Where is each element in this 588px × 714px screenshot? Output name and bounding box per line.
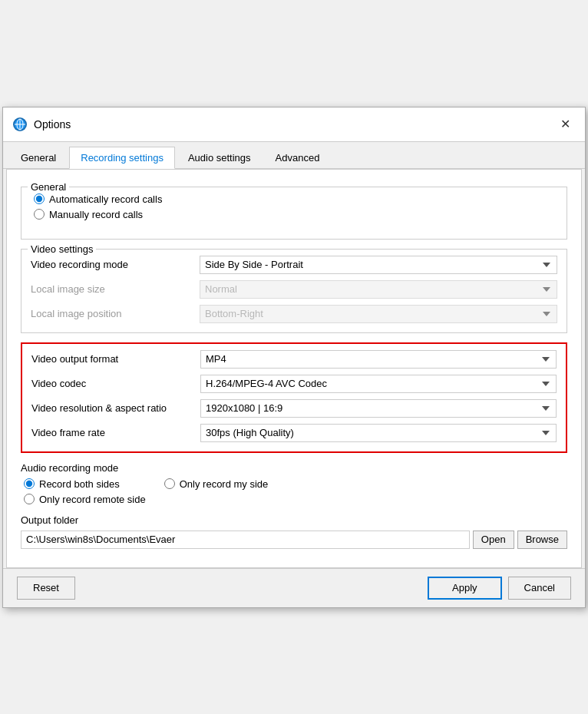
tab-bar: General Recording settings Audio setting…: [3, 142, 585, 169]
auto-record-option[interactable]: Automatically record calls: [34, 193, 557, 205]
recording-mode-label: Video recording mode: [31, 259, 200, 270]
browse-button[interactable]: Browse: [517, 531, 567, 549]
general-radio-group: Automatically record calls Manually reco…: [34, 193, 557, 220]
audio-radios: Record both sides Only record remote sid…: [24, 478, 567, 505]
remote-side-radio[interactable]: [24, 494, 35, 504]
bottom-bar: Reset Apply Cancel: [3, 568, 585, 607]
local-image-size-label: Local image size: [31, 283, 200, 295]
resolution-row: Video resolution & aspect ratio 1920x108…: [31, 399, 557, 418]
title-bar: Options ✕: [3, 107, 585, 142]
reset-button[interactable]: Reset: [17, 577, 75, 600]
dialog-title: Options: [34, 118, 71, 131]
title-bar-left: Options: [12, 117, 71, 132]
both-sides-radio[interactable]: [24, 478, 35, 489]
output-folder-label: Output folder: [21, 514, 78, 526]
options-dialog: Options ✕ General Recording settings Aud…: [2, 107, 586, 608]
output-format-label: Video output format: [31, 353, 200, 365]
both-sides-option[interactable]: Record both sides: [24, 478, 146, 490]
output-format-select[interactable]: MP4: [200, 350, 557, 369]
app-icon: [12, 117, 28, 132]
highlighted-settings-box: Video output format MP4 Video codec H.26…: [21, 342, 567, 453]
tab-advanced[interactable]: Advanced: [264, 147, 332, 168]
general-group: General Automatically record calls Manua…: [21, 187, 567, 240]
frame-rate-select[interactable]: 30fps (High Quality): [200, 424, 557, 442]
open-button[interactable]: Open: [473, 531, 514, 549]
auto-record-label: Automatically record calls: [49, 193, 162, 205]
remote-side-label: Only record remote side: [39, 494, 146, 505]
output-folder-section: Output folder Open Browse: [21, 514, 567, 549]
manual-record-radio[interactable]: [34, 209, 45, 220]
output-format-row: Video output format MP4: [31, 350, 557, 369]
audio-right-col: Only record my side: [164, 478, 269, 505]
recording-mode-select[interactable]: Side By Side - Portrait: [200, 256, 557, 274]
video-settings-label: Video settings: [28, 243, 96, 255]
local-image-size-select[interactable]: Normal: [200, 280, 557, 299]
tab-recording-settings[interactable]: Recording settings: [69, 147, 175, 169]
tab-general[interactable]: General: [9, 147, 68, 168]
manual-record-option[interactable]: Manually record calls: [34, 209, 557, 220]
my-side-option[interactable]: Only record my side: [164, 478, 269, 490]
audio-recording-label: Audio recording mode: [21, 462, 118, 474]
tab-content: General Automatically record calls Manua…: [6, 169, 582, 568]
my-side-radio[interactable]: [164, 478, 175, 489]
auto-record-radio[interactable]: [34, 193, 45, 204]
video-codec-label: Video codec: [31, 378, 200, 389]
frame-rate-row: Video frame rate 30fps (High Quality): [31, 424, 557, 442]
local-image-position-row: Local image position Bottom-Right: [31, 305, 557, 323]
general-group-label: General: [28, 181, 69, 193]
local-image-position-label: Local image position: [31, 308, 200, 319]
tab-audio-settings[interactable]: Audio settings: [177, 147, 263, 168]
frame-rate-label: Video frame rate: [31, 427, 200, 438]
folder-row: Open Browse: [21, 531, 567, 549]
my-side-label: Only record my side: [180, 478, 269, 490]
audio-recording-section: Audio recording mode Record both sides O…: [21, 462, 567, 505]
both-sides-label: Record both sides: [39, 478, 120, 490]
audio-left-col: Record both sides Only record remote sid…: [24, 478, 146, 505]
resolution-select[interactable]: 1920x1080 | 16:9: [200, 399, 557, 418]
local-image-size-row: Local image size Normal: [31, 280, 557, 299]
close-button[interactable]: ✕: [554, 114, 576, 135]
folder-path-input[interactable]: [21, 531, 470, 549]
local-image-position-select[interactable]: Bottom-Right: [200, 305, 557, 323]
manual-record-label: Manually record calls: [49, 209, 143, 220]
video-codec-select[interactable]: H.264/MPEG-4 AVC Codec: [200, 375, 557, 393]
resolution-label: Video resolution & aspect ratio: [31, 402, 200, 414]
video-recording-mode-row: Video recording mode Side By Side - Port…: [31, 256, 557, 274]
apply-button[interactable]: Apply: [428, 577, 502, 600]
remote-side-option[interactable]: Only record remote side: [24, 494, 146, 505]
video-settings-group: Video settings Video recording mode Side…: [21, 249, 567, 333]
cancel-button[interactable]: Cancel: [508, 577, 571, 600]
video-codec-row: Video codec H.264/MPEG-4 AVC Codec: [31, 375, 557, 393]
